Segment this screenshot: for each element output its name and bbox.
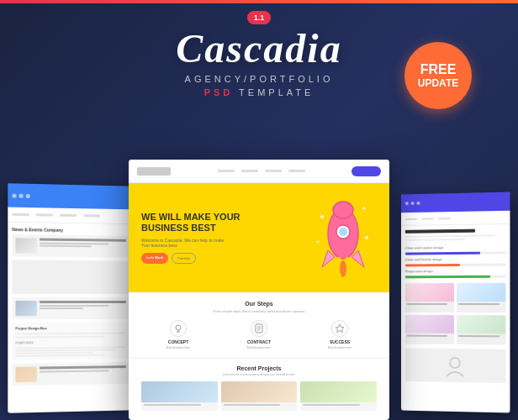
svg-point-11: [176, 325, 181, 330]
mc-btn-outline: Portfolio: [172, 253, 196, 264]
mockup-right-content: Clean and Intuitive design Clean and fle…: [401, 224, 510, 387]
badge-update-text: UPDATE: [418, 77, 458, 89]
ml-section-title: News & Events Company: [12, 227, 129, 234]
features-label: FEATURES: [15, 339, 126, 344]
mockup-center: WE WILL MAKE YOURBUSINESS BEST Welcome t…: [129, 160, 389, 420]
mr-section-label3: Responsive design: [405, 269, 506, 274]
mockup-right-header: [401, 192, 510, 213]
mc-steps: Our Steps Three simple steps that is ser…: [129, 292, 389, 359]
mc-steps-title: Our Steps: [141, 301, 377, 307]
mc-hero: WE WILL MAKE YOURBUSINESS BEST Welcome t…: [129, 183, 389, 292]
mc-step-success: SUCCESS Brief description here: [303, 320, 377, 349]
badge-free-text: FREE: [420, 61, 457, 77]
mockups-container: News & Events Company Project: [0, 151, 518, 420]
mockup-right: Clean and Intuitive design Clean and fle…: [401, 192, 510, 413]
contract-text: Brief description here: [222, 346, 296, 349]
mr-section-label1: Clean and Intuitive design: [405, 244, 506, 249]
success-label: SUCCESS: [303, 339, 377, 344]
mc-steps-grid: CONCEPT Brief description here CONTRACT …: [141, 320, 377, 349]
version-badge: 1.1: [247, 11, 272, 24]
mc-step-contract: CONTRACT Brief description here: [222, 320, 296, 349]
mr-section-progress: Clean and Intuitive design Clean and fle…: [405, 244, 506, 278]
subtitle-template: TEMPLATE: [239, 87, 314, 97]
ml-big-card: [12, 260, 129, 294]
mc-steps-subtitle: Three simple steps that is seriously use…: [141, 309, 377, 313]
mc-header: [129, 160, 389, 183]
contract-label: CONTRACT: [222, 339, 296, 344]
mc-hero-btns: Let's Work Portfolio: [141, 253, 377, 264]
mr-section-label2: Clean and flexible design: [405, 256, 506, 261]
mockup-left-content: News & Events Company Project: [8, 223, 133, 394]
mc-hero-subtitle: Welcome to Cascadia. We can help to make…: [141, 238, 377, 248]
mc-btn-primary: Let's Work: [141, 253, 168, 264]
mc-hero-text: WE WILL MAKE YOURBUSINESS BEST Welcome t…: [141, 212, 377, 264]
mc-project-1: [141, 381, 218, 411]
mr-grid-item-2: [456, 283, 505, 312]
svg-point-19: [450, 358, 460, 368]
mc-header-btn: [352, 166, 381, 176]
mr-grid: [405, 283, 506, 345]
mc-nav: [218, 170, 305, 172]
svg-point-8: [363, 207, 366, 210]
mockup-left-header: [8, 183, 133, 209]
mc-project-3: [300, 381, 377, 411]
success-icon: [331, 320, 348, 337]
mr-bottom-section: [405, 348, 506, 383]
mc-project-2: [221, 381, 298, 411]
mr-grid-item-4: [456, 315, 505, 345]
subtitle-psd: PSD: [204, 87, 234, 97]
mockup-left-nav: [8, 207, 133, 225]
concept-label: CONCEPT: [141, 339, 215, 344]
ml-card-3: [12, 362, 129, 386]
mr-grid-item-1: [405, 283, 454, 312]
mc-projects-grid: [141, 381, 377, 411]
success-text: Brief description here: [303, 346, 377, 349]
mr-grid-item-3: [405, 315, 454, 344]
svg-marker-18: [336, 324, 344, 333]
mr-section-title-area: [405, 228, 506, 241]
mc-projects-title: Recent Projects: [141, 365, 377, 371]
ml-card-2: [12, 297, 129, 319]
mockup-left: News & Events Company Project: [8, 183, 133, 413]
mc-logo: [137, 167, 171, 176]
mc-hero-title: WE WILL MAKE YOURBUSINESS BEST: [141, 212, 377, 234]
mc-projects-subtitle: Look at the list of recent projects. Ima…: [141, 373, 377, 376]
mc-projects: Recent Projects Look at the list of rece…: [129, 359, 389, 417]
top-bar: [0, 0, 518, 3]
concept-text: Brief description here: [141, 346, 215, 349]
ml-card-1: [12, 234, 129, 258]
concept-icon: [170, 320, 187, 337]
project-label: Project Design Box: [15, 326, 126, 331]
mr-main-title: [405, 229, 475, 234]
mc-step-concept: CONCEPT Brief description here: [141, 320, 215, 349]
contract-icon: [251, 320, 267, 337]
free-update-badge: FREE UPDATE: [404, 42, 472, 109]
